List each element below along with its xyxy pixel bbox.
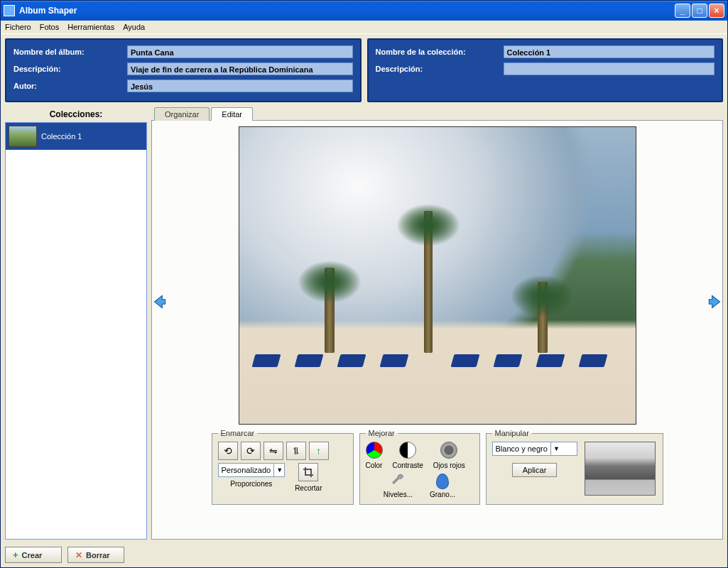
create-button[interactable]: + Crear xyxy=(5,547,62,563)
canvas-area: Enmarcar ⟲ ⟳ ⇋ ⥮ ↑ Personalizado xyxy=(151,120,723,540)
photo-preview xyxy=(239,126,636,425)
frame-legend: Enmarcar xyxy=(218,429,258,437)
content-area: Colecciones: Colección 1 Organizar Edita… xyxy=(1,106,727,544)
flip-v-icon: ⥮ xyxy=(292,445,300,457)
app-icon xyxy=(4,5,15,16)
tool-area: Enmarcar ⟲ ⟳ ⇋ ⥮ ↑ Personalizado xyxy=(155,429,719,506)
collection-name-field[interactable]: Colección 1 xyxy=(504,45,715,58)
drop-icon xyxy=(436,474,449,489)
recortar-label: Recortar xyxy=(295,484,322,492)
collection-desc-label: Descripción: xyxy=(376,65,496,73)
cross-icon: ✕ xyxy=(75,550,82,560)
collections-list: Colección 1 xyxy=(5,122,147,540)
tab-editar[interactable]: Editar xyxy=(211,107,253,121)
chevron-down-icon: ▼ xyxy=(550,442,560,455)
album-name-label: Nombre del álbum: xyxy=(13,48,120,56)
collection-desc-field[interactable] xyxy=(504,62,715,75)
grain-button[interactable]: Grano... xyxy=(430,472,455,498)
album-author-field[interactable]: Jesús xyxy=(127,80,353,92)
collection-name-label: Nombre de la colección: xyxy=(376,48,496,56)
menu-ayuda[interactable]: Ayuda xyxy=(123,23,145,31)
minimize-icon: _ xyxy=(680,6,685,16)
crop-button[interactable] xyxy=(298,463,318,481)
album-author-label: Autor: xyxy=(13,82,120,90)
collection-info-panel: Nombre de la colección: Colección 1 Desc… xyxy=(367,38,724,102)
upright-button[interactable]: ↑ xyxy=(309,442,329,460)
redeye-label: Ojos rojos xyxy=(433,462,465,469)
next-photo-button[interactable] xyxy=(705,291,723,312)
manipulate-toolgroup: Manipular Blanco y negro ▼ Aplicar xyxy=(486,429,663,505)
delete-label: Borrar xyxy=(86,551,110,559)
collection-item[interactable]: Colección 1 xyxy=(6,123,146,150)
maximize-button[interactable]: □ xyxy=(692,4,707,18)
delete-button[interactable]: ✕ Borrar xyxy=(67,547,124,563)
flip-horizontal-button[interactable]: ⇋ xyxy=(264,442,283,460)
close-icon: × xyxy=(714,6,719,16)
grain-label: Grano... xyxy=(430,491,455,498)
color-button[interactable]: Color xyxy=(366,442,383,469)
arrow-left-icon xyxy=(151,293,168,311)
proporciones-label: Proporciones xyxy=(230,480,272,488)
wrench-icon xyxy=(390,472,406,488)
menu-fotos[interactable]: Fotos xyxy=(40,23,60,31)
arrow-right-icon xyxy=(706,293,723,311)
enhance-toolgroup: Mejorar Color Contraste xyxy=(359,429,480,505)
flip-h-icon: ⇋ xyxy=(269,445,278,457)
contrast-button[interactable]: Contraste xyxy=(393,442,423,469)
album-info-panel: Nombre del álbum: Punta Cana Descripción… xyxy=(5,38,362,102)
album-desc-field[interactable]: Viaje de fin de carrera a la República D… xyxy=(127,62,353,75)
main-panel: Organizar Editar xyxy=(151,106,723,540)
window-buttons: _ □ × xyxy=(675,4,724,18)
manipulate-legend: Manipular xyxy=(492,429,532,437)
collection-thumb-icon xyxy=(9,126,37,147)
crop-icon xyxy=(303,466,314,478)
contrast-icon xyxy=(399,442,416,459)
apply-button[interactable]: Aplicar xyxy=(512,463,558,477)
frame-toolgroup: Enmarcar ⟲ ⟳ ⇋ ⥮ ↑ Personalizado xyxy=(212,429,354,505)
rotate-right-button[interactable]: ⟳ xyxy=(241,442,261,460)
menubar: Fichero Fotos Herramientas Ayuda xyxy=(1,21,727,34)
prev-photo-button[interactable] xyxy=(151,291,170,312)
bottom-bar: + Crear ✕ Borrar xyxy=(1,544,727,567)
levels-label: Niveles... xyxy=(384,491,413,498)
close-button[interactable]: × xyxy=(709,4,724,18)
window-title: Album Shaper xyxy=(19,6,675,16)
aspect-select-value: Personalizado xyxy=(222,466,271,474)
rotate-left-button[interactable]: ⟲ xyxy=(218,442,238,460)
flip-vertical-button[interactable]: ⥮ xyxy=(286,442,306,460)
effect-select[interactable]: Blanco y negro ▼ xyxy=(492,442,577,456)
info-panels: Nombre del álbum: Punta Cana Descripción… xyxy=(1,34,727,106)
redeye-icon xyxy=(440,442,457,459)
levels-button[interactable]: Niveles... xyxy=(384,472,413,498)
rotate-left-icon: ⟲ xyxy=(224,445,232,457)
app-window: Album Shaper _ □ × Fichero Fotos Herrami… xyxy=(0,0,728,568)
album-desc-label: Descripción: xyxy=(13,65,120,73)
contrast-label: Contraste xyxy=(393,462,423,469)
color-label: Color xyxy=(366,462,383,469)
menu-fichero[interactable]: Fichero xyxy=(5,23,31,31)
titlebar: Album Shaper _ □ × xyxy=(1,1,727,21)
effect-select-value: Blanco y negro xyxy=(496,444,548,453)
sidebar-header: Colecciones: xyxy=(5,106,147,122)
redeye-button[interactable]: Ojos rojos xyxy=(433,442,465,469)
effect-preview xyxy=(585,442,656,496)
minimize-button[interactable]: _ xyxy=(675,4,690,18)
rotate-right-icon: ⟳ xyxy=(246,445,255,457)
chevron-down-icon: ▼ xyxy=(273,464,283,476)
sidebar: Colecciones: Colección 1 xyxy=(5,106,147,540)
aspect-select[interactable]: Personalizado ▼ xyxy=(218,463,286,477)
menu-herramientas[interactable]: Herramientas xyxy=(67,23,114,31)
tab-organizar[interactable]: Organizar xyxy=(154,107,210,121)
album-name-field[interactable]: Punta Cana xyxy=(127,45,353,58)
maximize-icon: □ xyxy=(697,6,702,16)
enhance-legend: Mejorar xyxy=(366,429,398,437)
plus-icon: + xyxy=(13,550,18,560)
collection-item-label: Colección 1 xyxy=(41,132,82,141)
color-wheel-icon xyxy=(366,442,383,459)
tabs: Organizar Editar xyxy=(151,106,723,120)
arrow-up-icon: ↑ xyxy=(316,445,321,457)
create-label: Crear xyxy=(22,551,43,559)
